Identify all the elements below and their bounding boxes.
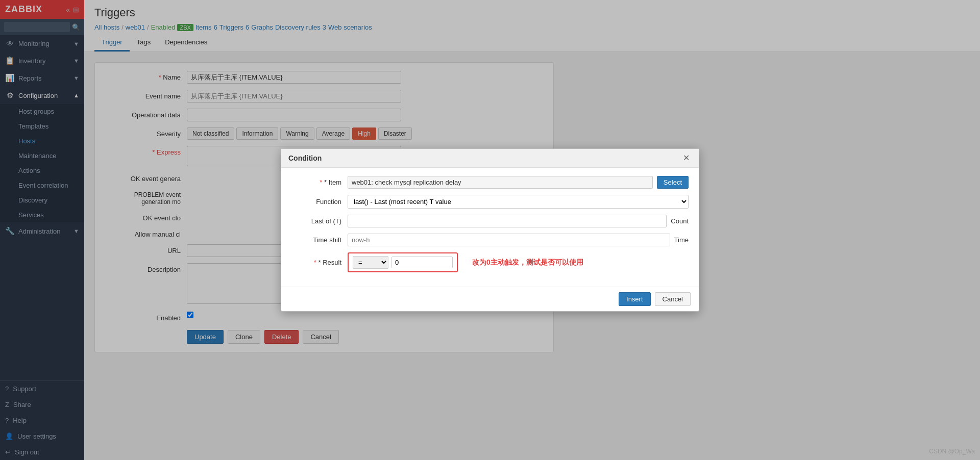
- modal-body: * * Item Select Function last() - Last (…: [281, 168, 699, 287]
- modal-timeshift-label: Time shift: [291, 236, 348, 244]
- condition-modal: Condition ✕ * * Item Select Function las: [281, 148, 699, 312]
- modal-result-label: * * Result: [291, 259, 348, 266]
- annotation-text: 改为0主动触发，测试是否可以使用: [472, 258, 583, 267]
- modal-timeshift-row: Time shift Time: [291, 234, 689, 246]
- modal-close-button[interactable]: ✕: [681, 153, 692, 163]
- modal-select-button[interactable]: Select: [657, 176, 689, 189]
- modal-overlay: Condition ✕ * * Item Select Function las: [0, 0, 980, 460]
- result-operator-select[interactable]: = <> < <= > >=: [353, 256, 388, 269]
- modal-result-control: = <> < <= > >= 改为0主动触发，测试是否可以使用: [348, 252, 689, 272]
- modal-title-bar: Condition ✕: [281, 149, 699, 168]
- modal-timeshift-control: Time: [348, 234, 689, 246]
- modal-count-label: Count: [671, 217, 689, 225]
- watermark: CSDN @Op_Wa: [929, 448, 975, 455]
- modal-timeshift-input[interactable]: [348, 234, 670, 246]
- modal-last-of-label: Last of (T): [291, 217, 348, 225]
- modal-cancel-button[interactable]: Cancel: [655, 292, 691, 306]
- modal-function-select[interactable]: last() - Last (most recent) T value: [348, 195, 689, 209]
- modal-last-of-row: Last of (T) Count: [291, 215, 689, 227]
- modal-footer: Insert Cancel: [281, 287, 699, 311]
- modal-item-input[interactable]: [348, 176, 653, 189]
- modal-item-control: Select: [348, 176, 689, 189]
- modal-result-row: * * Result = <> < <= > >= 改: [291, 252, 689, 272]
- modal-function-control: last() - Last (most recent) T value: [348, 195, 689, 209]
- modal-last-of-control: Count: [348, 215, 689, 227]
- modal-item-row: * * Item Select: [291, 176, 689, 189]
- modal-function-row: Function last() - Last (most recent) T v…: [291, 195, 689, 209]
- modal-last-of-input[interactable]: [348, 215, 667, 227]
- result-highlight-box: = <> < <= > >=: [348, 252, 458, 272]
- modal-time-unit: Time: [674, 236, 689, 244]
- modal-item-label: * * Item: [291, 178, 348, 186]
- modal-function-label: Function: [291, 198, 348, 206]
- modal-insert-button[interactable]: Insert: [619, 292, 651, 306]
- modal-title: Condition: [288, 154, 322, 162]
- result-value-input[interactable]: [391, 257, 453, 268]
